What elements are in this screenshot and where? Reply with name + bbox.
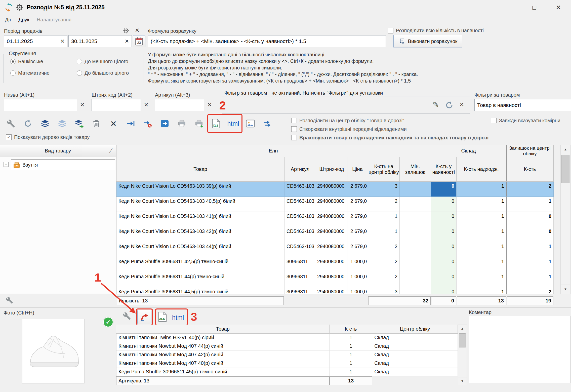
name-search-input[interactable] (4, 99, 77, 111)
cell-qty-income: 1 (457, 257, 506, 272)
barcode-clear-icon[interactable]: ✕ (144, 102, 148, 108)
delete-trash-icon[interactable] (89, 116, 104, 131)
scroll-up-icon[interactable]: ▲ (458, 325, 467, 332)
cell-qty-available[interactable]: 0 (431, 272, 457, 287)
column-header-barcode[interactable]: Штрих-код (316, 157, 347, 182)
cell-qty-available[interactable]: 0 (431, 242, 457, 257)
transfer-arrows-icon[interactable] (260, 116, 275, 131)
radio-round-up[interactable]: До більшого цілого (77, 70, 129, 76)
calendar-button[interactable]: 23 (133, 35, 145, 47)
scroll-up-icon[interactable]: ▲ (561, 145, 570, 154)
product-photo[interactable] (22, 319, 85, 383)
refresh-icon[interactable] (21, 116, 35, 131)
column-header-article[interactable]: Артикул (284, 157, 316, 182)
print-copies-icon[interactable] (192, 116, 206, 131)
main-table-scrollbar[interactable]: ▲ ▼ (560, 145, 570, 294)
scrollbar-thumb[interactable] (561, 155, 569, 183)
date-from-clear-icon[interactable]: ✕ (58, 38, 65, 44)
date-to-clear-icon[interactable]: ✕ (123, 38, 129, 44)
option-checkbox[interactable]: Створювати внутрішні передачі відкладени… (291, 125, 488, 133)
tree-item-vzuttia[interactable]: Взуття (11, 159, 115, 170)
forward-icon[interactable] (157, 116, 172, 131)
print-icon[interactable] (175, 116, 189, 131)
cell-qty-center: 2 (368, 242, 400, 257)
name-clear-icon[interactable]: ✕ (80, 102, 85, 108)
option-checkbox[interactable]: Розподілити на центр обліку "Товар в дор… (291, 116, 488, 125)
product-row[interactable]: Кеди Nike Court Vision Lo CD5463-103 44(… (116, 242, 554, 257)
cell-qty-income: 1 (457, 197, 506, 212)
period-settings-gear-icon[interactable] (123, 27, 130, 34)
execute-calculation-button[interactable]: Виконати розрахунок (393, 35, 462, 48)
product-row[interactable]: Кеди Puma Shuffle 30966811 44,5(р) темно… (116, 287, 554, 294)
move-row-icon[interactable] (123, 116, 138, 131)
tree-filter-diagonal-icon[interactable]: ∕ (111, 147, 112, 154)
column-header-qty-center[interactable]: К-сть на центрі обліку (368, 157, 400, 182)
column-header-qty-available[interactable]: К-сть у наявності (431, 157, 457, 182)
edit-filter-pencil-icon[interactable]: ✎ (432, 100, 439, 109)
bottom-table-body: Кімнатні тапочки Twins HS-VL 40(р) сірий… (116, 334, 458, 376)
distribution-row[interactable]: Кімнатні тапочки Nowbut Мод 407 42(р) си… (116, 351, 458, 359)
copy-distribution-icon[interactable] (38, 116, 52, 131)
distribution-row[interactable]: Кеди Puma Shuffle 30966811 45(р) темно-с… (116, 368, 458, 376)
column-header-qty-income[interactable]: К-сть надходж. (457, 157, 506, 182)
cell-qty-available[interactable]: 0 (431, 287, 457, 294)
cell-qty-available[interactable]: 0 (431, 197, 457, 212)
cell-qty-available[interactable]: 0 (431, 257, 457, 272)
clear-filter-icon[interactable]: ✕ (460, 101, 464, 108)
maximize-button[interactable]: □ (526, 2, 542, 13)
distribution-row[interactable]: Кімнатні тапочки Nowbut Мод 407 40(р) си… (116, 359, 458, 368)
period-clear-icon[interactable]: ✕ (135, 27, 139, 34)
column-header-price[interactable]: Ціна (347, 157, 368, 182)
barcode-search-input[interactable] (92, 99, 141, 111)
tree-settings-wrench-icon[interactable] (6, 296, 13, 304)
radio-banking[interactable]: Банківське (10, 59, 43, 64)
column-header-min-stock[interactable]: Мін. залишок (400, 157, 431, 182)
show-tree-checkbox[interactable]: ✓ Показувати дерево видів товару (6, 133, 90, 141)
menu-actions[interactable]: Дії (5, 17, 11, 23)
radio-mathematical[interactable]: Математичне (10, 70, 50, 76)
scroll-down-icon[interactable]: ▼ (458, 377, 467, 385)
distribution-row[interactable]: Кімнатні тапочки Twins HS-VL 40(р) сірий… (116, 334, 458, 342)
date-from-field[interactable]: 01.11.2025 ✕ (4, 35, 67, 47)
radio-round-down[interactable]: До меншого цілого (77, 59, 128, 64)
cell-qty-available[interactable]: 0 (431, 212, 457, 227)
scroll-down-icon[interactable]: ▼ (561, 285, 570, 294)
option-checkbox[interactable]: Враховувати товар в відкладених накладни… (291, 133, 488, 142)
product-row[interactable]: Кеди Puma Shuffle 30966811 42,5(р) темно… (116, 257, 554, 272)
product-row[interactable]: Кеди Nike Court Vision Lo CD5463-103 40,… (116, 197, 554, 212)
article-search-input[interactable] (155, 99, 204, 111)
distribution-row[interactable]: Кімнатні тапочки Nowbut Мод 407 44(р) си… (116, 342, 458, 351)
scrollbar-thumb[interactable] (459, 333, 466, 347)
product-filter-select[interactable]: Товар в наявності (474, 99, 571, 111)
remove-row-icon[interactable] (140, 116, 155, 131)
product-row[interactable]: Кеди Nike Court Vision Lo CD5463-103 39(… (116, 182, 554, 197)
menu-settings[interactable]: Налаштування (37, 17, 71, 23)
bottom-table-scrollbar[interactable]: ▲ ▼ (458, 325, 467, 385)
tree-expand-icon[interactable]: + (4, 162, 9, 167)
cell-qty-available[interactable]: 0 (431, 182, 457, 197)
product-row[interactable]: Кеди Nike Court Vision Lo CD5463-103 42(… (116, 227, 554, 242)
distribution-send-icon[interactable] (72, 116, 87, 131)
product-row[interactable]: Кеди Nike Court Vision Lo CD5463-103 41(… (116, 212, 554, 227)
clear-all-x-icon[interactable]: ✕ (106, 116, 121, 131)
refresh-filter-icon[interactable] (445, 101, 454, 109)
close-button[interactable]: ✕ (550, 2, 566, 13)
bottom-column-product[interactable]: Товар (116, 325, 330, 334)
formula-input[interactable]: (<К-сть продажів> + <Мін. залишок> - <К-… (148, 35, 386, 47)
comment-textarea[interactable] (469, 316, 570, 383)
product-row[interactable]: Кеди Puma Shuffle 30966811 44(р) темно-с… (116, 272, 554, 287)
bottom-column-qty[interactable]: К-сть (330, 325, 372, 334)
tree-header[interactable]: Вид товару ∕ (0, 145, 116, 157)
distribute-all-checkbox[interactable]: Розподілити всю кількість в наявності (388, 28, 484, 33)
date-to-field[interactable]: 30.11.2025 ✕ (68, 35, 132, 47)
settings-wrench-icon[interactable] (4, 116, 18, 131)
bottom-column-center[interactable]: Центр обліку (372, 325, 458, 334)
image-preview-icon[interactable] (243, 116, 258, 131)
always-cell-checkbox[interactable]: Завжди вказувати комірни (491, 116, 560, 125)
cell-qty-available[interactable]: 0 (431, 227, 457, 242)
column-header-qty[interactable]: К-сть (506, 157, 554, 182)
column-header-product[interactable]: Товар (116, 157, 284, 182)
copy-distribution-outline-icon[interactable] (55, 116, 69, 131)
menu-print[interactable]: Друк (18, 17, 29, 23)
article-clear-icon[interactable]: ✕ (207, 102, 212, 108)
